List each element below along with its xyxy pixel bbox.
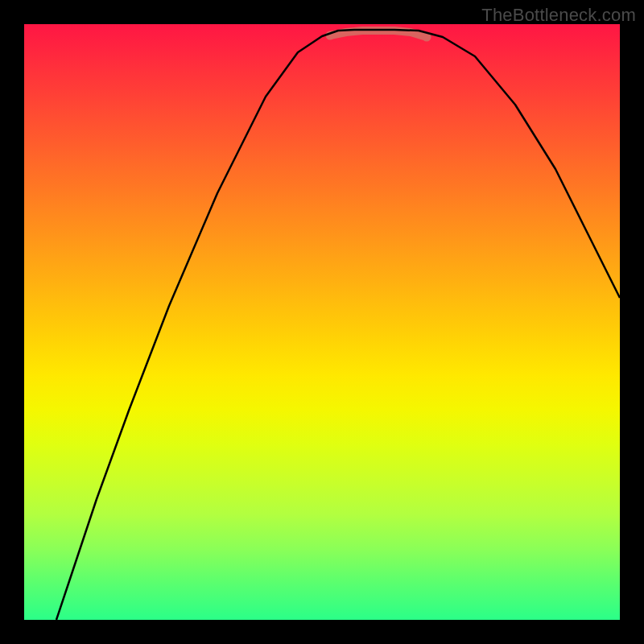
plot-area [24,24,620,620]
bottleneck-curve [56,30,620,620]
curve-svg [24,24,620,620]
watermark-text: TheBottleneck.com [481,5,636,26]
flat-minimum-highlight [326,31,431,42]
chart-frame: TheBottleneck.com [0,0,644,644]
